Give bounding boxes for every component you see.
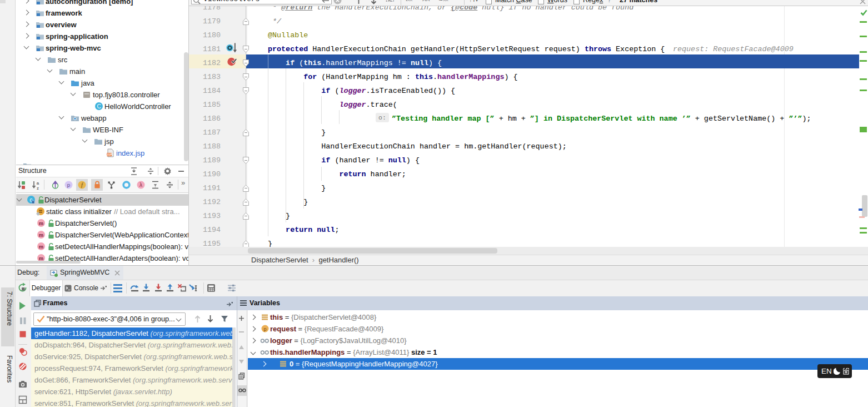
svg-text:λ: λ xyxy=(139,182,142,188)
svg-text:m: m xyxy=(39,231,43,237)
svg-text:p: p xyxy=(67,182,70,188)
svg-text:m: m xyxy=(39,255,43,261)
svg-text:C: C xyxy=(97,103,101,110)
svg-text:z: z xyxy=(37,186,39,190)
svg-text:m: m xyxy=(39,243,43,249)
svg-text:JSP: JSP xyxy=(106,152,112,156)
svg-text:m: m xyxy=(39,220,43,226)
svg-text:p: p xyxy=(263,326,266,332)
